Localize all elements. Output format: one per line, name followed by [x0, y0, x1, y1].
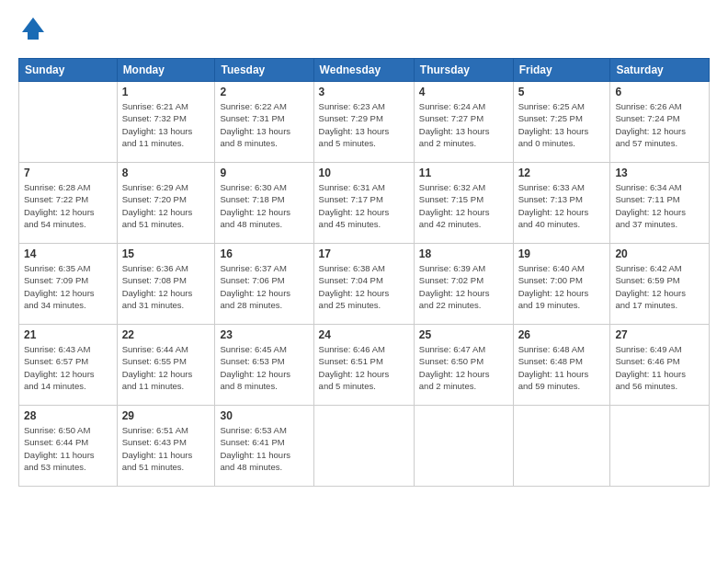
- day-number: 19: [518, 247, 606, 260]
- calendar-table: SundayMondayTuesdayWednesdayThursdayFrid…: [18, 58, 710, 487]
- day-info: Sunrise: 6:50 AM Sunset: 6:44 PM Dayligh…: [24, 424, 112, 473]
- day-number: 1: [122, 86, 210, 98]
- weekday-header-monday: Monday: [117, 59, 215, 82]
- calendar-cell: 16Sunrise: 6:37 AM Sunset: 7:06 PM Dayli…: [215, 244, 313, 325]
- day-info: Sunrise: 6:46 AM Sunset: 6:51 PM Dayligh…: [319, 343, 409, 392]
- weekday-header-thursday: Thursday: [414, 59, 513, 82]
- day-info: Sunrise: 6:32 AM Sunset: 7:15 PM Dayligh…: [419, 181, 508, 230]
- calendar-week-row: 14Sunrise: 6:35 AM Sunset: 7:09 PM Dayli…: [19, 244, 710, 325]
- day-number: 2: [220, 86, 308, 98]
- day-number: 28: [24, 409, 112, 422]
- page-header: [18, 14, 710, 47]
- day-number: 29: [122, 409, 210, 422]
- day-number: 7: [24, 167, 112, 179]
- day-number: 15: [122, 247, 210, 260]
- calendar-cell: [19, 82, 118, 163]
- calendar-cell: 29Sunrise: 6:51 AM Sunset: 6:43 PM Dayli…: [117, 406, 215, 487]
- calendar-cell: 3Sunrise: 6:23 AM Sunset: 7:29 PM Daylig…: [313, 82, 414, 163]
- day-info: Sunrise: 6:33 AM Sunset: 7:13 PM Dayligh…: [518, 181, 606, 230]
- day-number: 21: [24, 328, 112, 341]
- calendar-cell: 28Sunrise: 6:50 AM Sunset: 6:44 PM Dayli…: [19, 406, 118, 487]
- svg-rect-1: [28, 32, 39, 40]
- day-number: 16: [220, 247, 308, 260]
- day-info: Sunrise: 6:49 AM Sunset: 6:46 PM Dayligh…: [615, 343, 704, 392]
- day-number: 22: [122, 328, 210, 341]
- calendar-cell: 20Sunrise: 6:42 AM Sunset: 6:59 PM Dayli…: [610, 244, 710, 325]
- svg-marker-0: [22, 17, 44, 32]
- calendar-week-row: 28Sunrise: 6:50 AM Sunset: 6:44 PM Dayli…: [19, 406, 710, 487]
- day-info: Sunrise: 6:47 AM Sunset: 6:50 PM Dayligh…: [419, 343, 508, 392]
- day-info: Sunrise: 6:25 AM Sunset: 7:25 PM Dayligh…: [518, 100, 606, 149]
- day-info: Sunrise: 6:36 AM Sunset: 7:08 PM Dayligh…: [122, 262, 210, 311]
- day-info: Sunrise: 6:21 AM Sunset: 7:32 PM Dayligh…: [122, 100, 210, 149]
- calendar-cell: 18Sunrise: 6:39 AM Sunset: 7:02 PM Dayli…: [414, 244, 513, 325]
- calendar-cell: 13Sunrise: 6:34 AM Sunset: 7:11 PM Dayli…: [610, 163, 710, 244]
- calendar-cell: 5Sunrise: 6:25 AM Sunset: 7:25 PM Daylig…: [513, 82, 610, 163]
- calendar-cell: 10Sunrise: 6:31 AM Sunset: 7:17 PM Dayli…: [313, 163, 414, 244]
- day-number: 14: [24, 247, 112, 260]
- calendar-week-row: 1Sunrise: 6:21 AM Sunset: 7:32 PM Daylig…: [19, 82, 710, 163]
- day-number: 26: [518, 328, 606, 341]
- calendar-cell: 22Sunrise: 6:44 AM Sunset: 6:55 PM Dayli…: [117, 325, 215, 406]
- day-info: Sunrise: 6:40 AM Sunset: 7:00 PM Dayligh…: [518, 262, 606, 311]
- calendar-cell: 9Sunrise: 6:30 AM Sunset: 7:18 PM Daylig…: [215, 163, 313, 244]
- weekday-header-sunday: Sunday: [19, 59, 118, 82]
- day-info: Sunrise: 6:34 AM Sunset: 7:11 PM Dayligh…: [615, 181, 704, 230]
- calendar-cell: 7Sunrise: 6:28 AM Sunset: 7:22 PM Daylig…: [19, 163, 118, 244]
- logo: [18, 14, 48, 47]
- calendar-cell: [313, 406, 414, 487]
- calendar-cell: 4Sunrise: 6:24 AM Sunset: 7:27 PM Daylig…: [414, 82, 513, 163]
- weekday-header-row: SundayMondayTuesdayWednesdayThursdayFrid…: [19, 59, 710, 82]
- day-info: Sunrise: 6:37 AM Sunset: 7:06 PM Dayligh…: [220, 262, 308, 311]
- day-number: 13: [615, 167, 704, 179]
- calendar-cell: 14Sunrise: 6:35 AM Sunset: 7:09 PM Dayli…: [19, 244, 118, 325]
- weekday-header-tuesday: Tuesday: [215, 59, 313, 82]
- day-info: Sunrise: 6:44 AM Sunset: 6:55 PM Dayligh…: [122, 343, 210, 392]
- day-info: Sunrise: 6:51 AM Sunset: 6:43 PM Dayligh…: [122, 424, 210, 473]
- day-info: Sunrise: 6:23 AM Sunset: 7:29 PM Dayligh…: [319, 100, 409, 149]
- day-number: 8: [122, 167, 210, 179]
- calendar-cell: 24Sunrise: 6:46 AM Sunset: 6:51 PM Dayli…: [313, 325, 414, 406]
- calendar-cell: 6Sunrise: 6:26 AM Sunset: 7:24 PM Daylig…: [610, 82, 710, 163]
- day-number: 30: [220, 409, 308, 422]
- day-info: Sunrise: 6:30 AM Sunset: 7:18 PM Dayligh…: [220, 181, 308, 230]
- calendar-cell: 2Sunrise: 6:22 AM Sunset: 7:31 PM Daylig…: [215, 82, 313, 163]
- weekday-header-saturday: Saturday: [610, 59, 710, 82]
- day-number: 4: [419, 86, 508, 98]
- calendar-cell: 1Sunrise: 6:21 AM Sunset: 7:32 PM Daylig…: [117, 82, 215, 163]
- calendar-cell: 27Sunrise: 6:49 AM Sunset: 6:46 PM Dayli…: [610, 325, 710, 406]
- logo-icon: [18, 14, 48, 43]
- calendar-week-row: 7Sunrise: 6:28 AM Sunset: 7:22 PM Daylig…: [19, 163, 710, 244]
- day-info: Sunrise: 6:35 AM Sunset: 7:09 PM Dayligh…: [24, 262, 112, 311]
- day-number: 5: [518, 86, 606, 98]
- calendar-cell: 19Sunrise: 6:40 AM Sunset: 7:00 PM Dayli…: [513, 244, 610, 325]
- day-number: 9: [220, 167, 308, 179]
- day-number: 11: [419, 167, 508, 179]
- calendar-cell: [513, 406, 610, 487]
- calendar-cell: 21Sunrise: 6:43 AM Sunset: 6:57 PM Dayli…: [19, 325, 118, 406]
- calendar-cell: 11Sunrise: 6:32 AM Sunset: 7:15 PM Dayli…: [414, 163, 513, 244]
- day-info: Sunrise: 6:43 AM Sunset: 6:57 PM Dayligh…: [24, 343, 112, 392]
- weekday-header-wednesday: Wednesday: [313, 59, 414, 82]
- calendar-cell: [414, 406, 513, 487]
- calendar-cell: 23Sunrise: 6:45 AM Sunset: 6:53 PM Dayli…: [215, 325, 313, 406]
- day-info: Sunrise: 6:39 AM Sunset: 7:02 PM Dayligh…: [419, 262, 508, 311]
- weekday-header-friday: Friday: [513, 59, 610, 82]
- day-info: Sunrise: 6:45 AM Sunset: 6:53 PM Dayligh…: [220, 343, 308, 392]
- day-info: Sunrise: 6:53 AM Sunset: 6:41 PM Dayligh…: [220, 424, 308, 473]
- calendar-cell: [610, 406, 710, 487]
- day-number: 23: [220, 328, 308, 341]
- calendar-cell: 25Sunrise: 6:47 AM Sunset: 6:50 PM Dayli…: [414, 325, 513, 406]
- day-info: Sunrise: 6:29 AM Sunset: 7:20 PM Dayligh…: [122, 181, 210, 230]
- calendar-cell: 12Sunrise: 6:33 AM Sunset: 7:13 PM Dayli…: [513, 163, 610, 244]
- day-number: 10: [319, 167, 409, 179]
- calendar-cell: 8Sunrise: 6:29 AM Sunset: 7:20 PM Daylig…: [117, 163, 215, 244]
- day-number: 25: [419, 328, 508, 341]
- calendar-week-row: 21Sunrise: 6:43 AM Sunset: 6:57 PM Dayli…: [19, 325, 710, 406]
- day-info: Sunrise: 6:28 AM Sunset: 7:22 PM Dayligh…: [24, 181, 112, 230]
- day-info: Sunrise: 6:22 AM Sunset: 7:31 PM Dayligh…: [220, 100, 308, 149]
- day-info: Sunrise: 6:48 AM Sunset: 6:48 PM Dayligh…: [518, 343, 606, 392]
- calendar-cell: 30Sunrise: 6:53 AM Sunset: 6:41 PM Dayli…: [215, 406, 313, 487]
- calendar-cell: 15Sunrise: 6:36 AM Sunset: 7:08 PM Dayli…: [117, 244, 215, 325]
- day-info: Sunrise: 6:31 AM Sunset: 7:17 PM Dayligh…: [319, 181, 409, 230]
